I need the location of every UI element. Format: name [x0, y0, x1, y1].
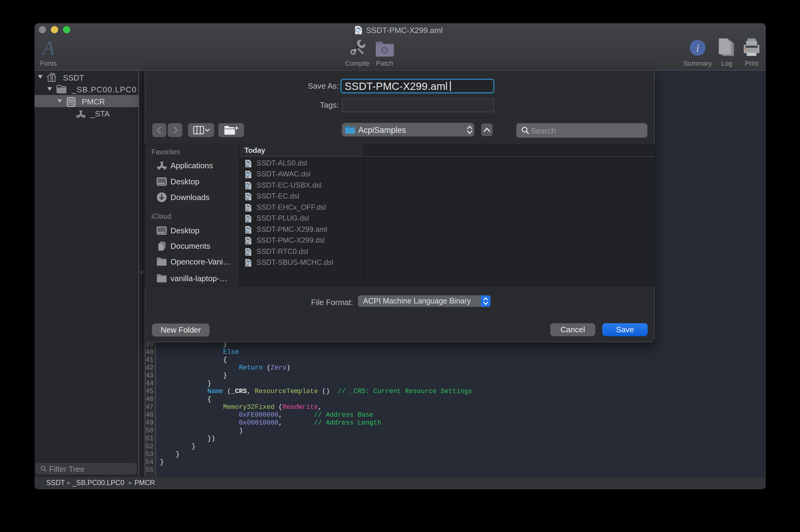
svg-text:AML: AML	[357, 32, 361, 34]
svg-text:i: i	[696, 41, 700, 54]
